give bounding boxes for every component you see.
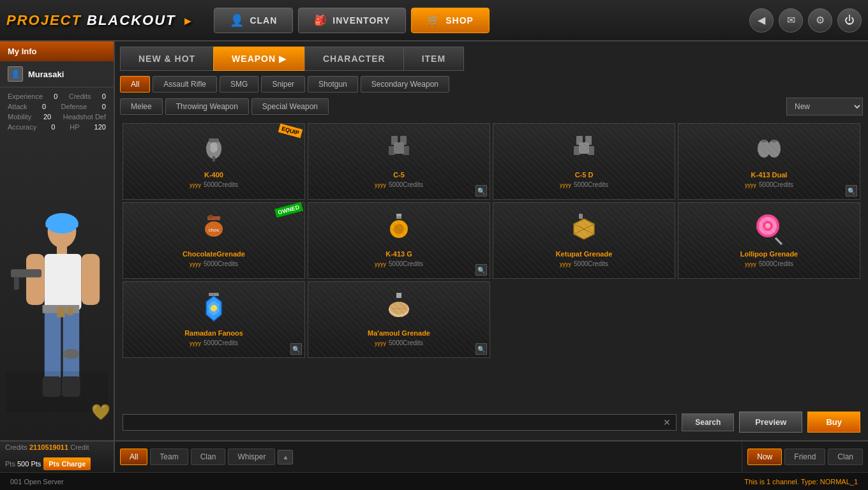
chat-tab-friend[interactable]: Friend (784, 449, 825, 465)
zoom-button-k413g[interactable]: 🔍 (475, 264, 487, 276)
top-navigation: PROJECT BLACKOUT ► 👤 CLAN 🎒 INVENTORY 🛒 … (0, 0, 868, 41)
filter-assault[interactable]: Assault Rifle (153, 76, 217, 93)
svg-rect-6 (81, 254, 100, 305)
attack-value: 0 (42, 103, 46, 110)
accuracy-label: Accuracy (8, 123, 36, 131)
item-price-c5: yyyy 5000Credits (375, 181, 423, 188)
item-ramadan[interactable]: Ramadan Fanoos yyyy 5000Credits 🔍 (123, 281, 305, 358)
svg-rect-44 (579, 214, 583, 219)
svg-point-14 (63, 349, 80, 359)
item-name-ketupat: Ketupat Grenade (556, 250, 613, 258)
item-lollipop[interactable]: Lollipop Grenade yyyy 5000Credits (678, 202, 860, 279)
filter-melee[interactable]: Melee (120, 98, 163, 115)
item-price-maamoul: yyyy 5000Credits (375, 339, 423, 346)
item-k413dual[interactable]: K-413 Dual yyyy 5000Credits 🔍 (678, 123, 860, 200)
filter-secondary[interactable]: Secondary Weapon (361, 76, 449, 93)
tab-item[interactable]: ITEM (403, 47, 464, 71)
item-name-k400: K-400 (204, 171, 223, 179)
svg-rect-37 (209, 215, 213, 218)
chat-scroll-up-button[interactable]: ▲ (278, 450, 293, 464)
chat-tab-whisper[interactable]: Whisper (228, 449, 275, 465)
filter-throwing[interactable]: Throwing Weapon (165, 98, 249, 115)
chat-tab-team[interactable]: Team (150, 449, 188, 465)
svg-text:choc: choc (209, 227, 220, 233)
nav-tab-clan-label: CLAN (250, 15, 277, 26)
nav-tab-inventory[interactable]: 🎒 INVENTORY (298, 8, 406, 33)
tab-weapon[interactable]: WEAPON (213, 47, 304, 71)
item-price-c5d: yyyy 5000Credits (560, 181, 608, 188)
filter-row-2: Melee Throwing Weapon Special Weapon New… (120, 98, 863, 115)
power-button[interactable]: ⏻ (837, 8, 862, 33)
tab-new-hot[interactable]: NEW & HOT (120, 47, 213, 71)
item-price-ramadan: yyyy 5000Credits (190, 339, 238, 346)
svg-rect-57 (396, 293, 401, 298)
credits-stat-value: 0 (102, 93, 106, 100)
stat-row-accuracy: Accuracy 0 HP 120 (8, 123, 106, 131)
search-clear-button[interactable]: ✕ (663, 417, 671, 427)
settings-button[interactable]: ⚙ (808, 8, 832, 33)
svg-rect-34 (761, 140, 767, 142)
tab-character[interactable]: CHARACTER (304, 47, 403, 71)
item-price-k413g: yyyy 5000Credits (375, 260, 423, 267)
chat-section-left: All Team Clan Whisper ▲ (115, 442, 742, 472)
filter-special[interactable]: Special Weapon (251, 98, 329, 115)
item-maamoul[interactable]: ~~~~~ Ma'amoul Grenade yyyy 5000Credits … (308, 281, 490, 358)
zoom-button-maamoul[interactable]: 🔍 (475, 343, 487, 355)
items-grid-container[interactable]: EQUIP K-400 yyyy 5000Credits (120, 121, 863, 406)
item-badge-owned: OWNED (274, 202, 303, 218)
svg-rect-8 (14, 278, 19, 290)
nav-tab-inventory-label: INVENTORY (333, 15, 390, 26)
server-status: 001 Open Server (10, 478, 64, 486)
zoom-button-ramadan[interactable]: 🔍 (290, 343, 302, 355)
item-img-c5d (562, 129, 606, 167)
logo-arrow: ► (183, 15, 195, 27)
chat-tab-now[interactable]: Now (747, 449, 782, 465)
svg-point-42 (394, 224, 404, 234)
item-k400[interactable]: EQUIP K-400 yyyy 5000Credits (123, 123, 305, 200)
svg-rect-43 (396, 216, 401, 219)
hp-label: HP (70, 123, 79, 131)
back-button[interactable]: ◀ (749, 8, 774, 33)
nav-tab-shop[interactable]: 🛒 SHOP (411, 8, 490, 33)
chat-tab-all[interactable]: All (120, 449, 147, 465)
bottom-controls: ✕ Search Preview Buy (120, 406, 863, 435)
item-c5[interactable]: C-5 yyyy 5000Credits 🔍 (308, 123, 490, 200)
mail-button[interactable]: ✉ (779, 8, 803, 33)
logo-text1: PROJECT (6, 12, 82, 28)
shop-icon: 🛒 (427, 14, 440, 26)
filter-smg[interactable]: SMG (220, 76, 258, 93)
item-c5d[interactable]: C-5 D yyyy 5000Credits (493, 123, 675, 200)
sort-select[interactable]: New Price Name (786, 98, 863, 115)
items-grid: EQUIP K-400 yyyy 5000Credits (120, 121, 863, 360)
logo: PROJECT BLACKOUT ► (6, 12, 195, 29)
search-button[interactable]: Search (682, 413, 734, 431)
chat-tab-clan[interactable]: Clan (191, 449, 226, 465)
nav-tab-clan[interactable]: 👤 CLAN (214, 8, 293, 33)
item-price-chocgrenade: yyyy 5000Credits (190, 260, 238, 267)
filter-sniper[interactable]: Sniper (261, 76, 305, 93)
svg-rect-16 (67, 307, 73, 315)
main-content: My Info 👤 Murasaki Experience 0 Credits … (0, 41, 868, 440)
filter-shotgun[interactable]: Shotgun (308, 76, 358, 93)
item-chocgrenade[interactable]: OWNED choc ChocolateGrenade yyyy 5000Cre… (123, 202, 305, 279)
svg-rect-15 (57, 307, 65, 317)
buy-button[interactable]: Buy (807, 412, 860, 433)
stat-row-mobility: Mobility 20 Headshot Def (8, 113, 106, 121)
item-k413g[interactable]: K-413 G yyyy 5000Credits 🔍 (308, 202, 490, 279)
item-badge-equip: EQUIP (278, 124, 303, 138)
pts-charge-button[interactable]: Pts Charge (43, 457, 91, 470)
stats-table: Experience 0 Credits 0 Attack 0 Defense … (0, 87, 114, 138)
preview-button[interactable]: Preview (739, 412, 802, 433)
svg-rect-31 (579, 142, 589, 154)
svg-rect-19 (209, 138, 219, 142)
zoom-button-c5[interactable]: 🔍 (475, 185, 487, 197)
filter-all[interactable]: All (120, 76, 150, 93)
zoom-button-k413dual[interactable]: 🔍 (846, 185, 857, 197)
defense-label: Defense (61, 103, 87, 110)
search-input[interactable] (128, 418, 661, 427)
exp-label: Experience (8, 93, 43, 100)
credits-display: Credits 2110519011 Credit (5, 443, 89, 451)
status-bar: 001 Open Server This is 1 channel. Type:… (0, 472, 868, 490)
chat-tab-clan-right[interactable]: Clan (828, 449, 863, 465)
item-ketupat[interactable]: Ketupat Grenade yyyy 5000Credits (493, 202, 675, 279)
